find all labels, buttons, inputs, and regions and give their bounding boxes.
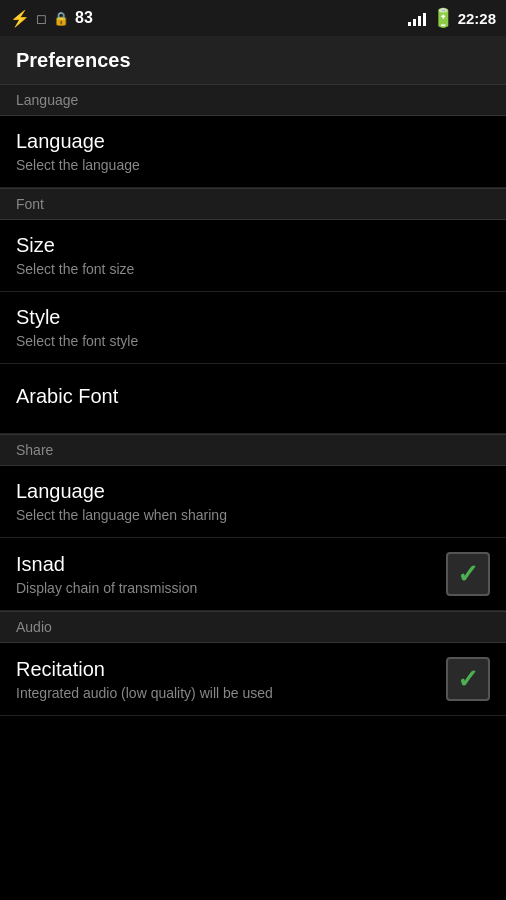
title-bar: Preferences: [0, 36, 506, 84]
size-subtitle: Select the font size: [16, 261, 490, 277]
status-bar: ⚡ ◻ 🔒 83 🔋 22:28: [0, 0, 506, 36]
isnad-item[interactable]: Isnad Display chain of transmission ✓: [0, 538, 506, 611]
share-language-title: Language: [16, 480, 490, 503]
status-right-icons: 🔋 22:28: [408, 7, 496, 29]
language-subtitle: Select the language: [16, 157, 490, 173]
recitation-checkmark: ✓: [457, 664, 479, 695]
recitation-item[interactable]: Recitation Integrated audio (low quality…: [0, 643, 506, 716]
language-item[interactable]: Language Select the language: [0, 116, 506, 188]
size-title: Size: [16, 234, 490, 257]
language-section-header: Language: [0, 84, 506, 116]
recitation-checkbox[interactable]: ✓: [446, 657, 490, 701]
status-left-icons: ⚡ ◻ 🔒 83: [10, 9, 93, 28]
size-item[interactable]: Size Select the font size: [0, 220, 506, 292]
page-title: Preferences: [16, 49, 131, 72]
share-language-item[interactable]: Language Select the language when sharin…: [0, 466, 506, 538]
arabic-font-title: Arabic Font: [16, 385, 490, 408]
style-subtitle: Select the font style: [16, 333, 490, 349]
language-item-content: Language Select the language: [16, 130, 490, 173]
time-display: 22:28: [458, 10, 496, 27]
recitation-content: Recitation Integrated audio (low quality…: [16, 658, 446, 701]
share-language-content: Language Select the language when sharin…: [16, 480, 490, 523]
recitation-subtitle: Integrated audio (low quality) will be u…: [16, 685, 446, 701]
share-section-header: Share: [0, 434, 506, 466]
font-section-header: Font: [0, 188, 506, 220]
font-section-label: Font: [16, 196, 44, 212]
preferences-content: Language Language Select the language Fo…: [0, 84, 506, 716]
arabic-font-item[interactable]: Arabic Font: [0, 364, 506, 434]
style-item-content: Style Select the font style: [16, 306, 490, 349]
audio-section-header: Audio: [0, 611, 506, 643]
audio-section-label: Audio: [16, 619, 52, 635]
lock-icon: 🔒: [53, 11, 69, 26]
arabic-font-content: Arabic Font: [16, 385, 490, 412]
isnad-subtitle: Display chain of transmission: [16, 580, 446, 596]
battery-percentage: 83: [75, 9, 93, 27]
signal-icon: [408, 10, 426, 26]
usb-icon: ⚡: [10, 9, 30, 28]
notification-icon: ◻: [36, 11, 47, 26]
recitation-title: Recitation: [16, 658, 446, 681]
language-section-label: Language: [16, 92, 78, 108]
language-title: Language: [16, 130, 490, 153]
isnad-checkbox[interactable]: ✓: [446, 552, 490, 596]
share-language-subtitle: Select the language when sharing: [16, 507, 490, 523]
share-section-label: Share: [16, 442, 53, 458]
isnad-content: Isnad Display chain of transmission: [16, 553, 446, 596]
battery-icon: 🔋: [432, 7, 454, 29]
isnad-checkmark: ✓: [457, 559, 479, 590]
size-item-content: Size Select the font size: [16, 234, 490, 277]
style-title: Style: [16, 306, 490, 329]
style-item[interactable]: Style Select the font style: [0, 292, 506, 364]
isnad-title: Isnad: [16, 553, 446, 576]
